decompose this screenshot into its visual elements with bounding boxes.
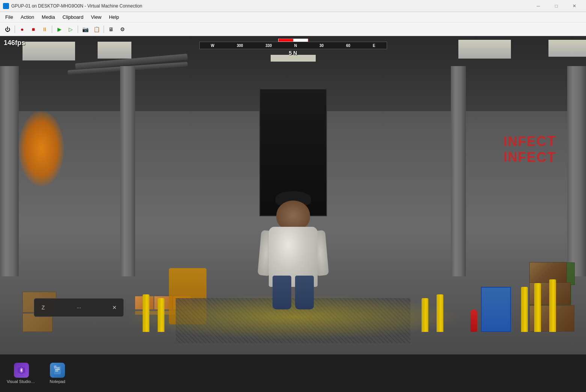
fire-extinguisher — [470, 309, 477, 332]
menu-view[interactable]: View — [87, 13, 105, 21]
toolbar-settings-btn[interactable]: ⚙ — [117, 24, 128, 35]
toolbar-record-btn[interactable]: ● — [17, 24, 27, 35]
taskbar-app-notepad[interactable]: Notepad — [41, 357, 74, 389]
compass-ticks: W 300 330 N 30 60 E — [199, 42, 387, 49]
compass-label-30: 30 — [319, 44, 324, 48]
toolbar: ⏻ ● ■ ⏸ ▶ ▷ 📷 📋 🖥 ⚙ — [0, 23, 586, 36]
maximize-button[interactable]: □ — [548, 0, 565, 12]
bollard-6 — [521, 287, 528, 332]
popup-close-button[interactable]: ✕ — [109, 302, 120, 313]
popup-z-button[interactable]: Z — [38, 302, 48, 313]
compass-label-n: N — [294, 44, 297, 48]
toolbar-sep-1 — [15, 26, 15, 33]
taskbar-app-visual-studio[interactable]: Visual Studio 20... — [5, 357, 38, 389]
compass-label-e: E — [373, 44, 375, 48]
toolbar-stop-btn[interactable]: ■ — [28, 24, 39, 35]
notepad-label: Notepad — [43, 379, 72, 384]
right-crate-3 — [529, 262, 567, 283]
compass-label-300: 300 — [237, 44, 243, 48]
char-leg-right — [295, 276, 314, 309]
char-leg-left — [273, 276, 291, 309]
visual-studio-icon — [14, 363, 29, 378]
character — [256, 197, 331, 317]
compass-bar: W 300 330 N 30 60 E 5 N — [199, 38, 387, 56]
pillar-left-2 — [0, 66, 19, 276]
char-head — [276, 201, 310, 231]
minimize-button[interactable]: ─ — [530, 0, 547, 12]
blue-container — [481, 287, 511, 332]
svg-rect-4 — [54, 365, 57, 369]
toolbar-screenshot-btn[interactable]: 📷 — [80, 24, 90, 35]
compass-needle — [278, 39, 308, 42]
window-controls: ─ □ ✕ — [530, 0, 583, 12]
toolbar-monitor-btn[interactable]: 🖥 — [106, 24, 116, 35]
compass-label-330: 330 — [265, 44, 272, 48]
bollard-7 — [549, 279, 556, 332]
toolbar-reset-btn[interactable]: ⏸ — [39, 24, 50, 35]
toolbar-play-btn[interactable]: ▶ — [54, 24, 65, 35]
fps-counter: 146fps — [4, 39, 25, 47]
taskbar-popup: Z ··· ✕ — [34, 298, 124, 317]
toolbar-step-btn[interactable]: ▷ — [65, 24, 76, 35]
visual-studio-label: Visual Studio 20... — [7, 379, 36, 384]
infect-graffiti: INFECTINFECT — [503, 133, 556, 166]
compass-label-60: 60 — [346, 44, 350, 48]
compass-direction: 5 N — [199, 50, 387, 56]
orange-logo — [19, 111, 64, 186]
menu-media[interactable]: Media — [38, 13, 59, 21]
menu-help[interactable]: Help — [105, 13, 123, 21]
app-icon — [3, 3, 9, 9]
title-bar: GPUP-01 on DESKTOP-MHG9O0N - Virtual Mac… — [0, 0, 586, 12]
ceiling-light-4 — [548, 40, 586, 57]
toolbar-sep-4 — [104, 26, 104, 33]
menu-bar: File Action Media Clipboard View Help — [0, 12, 586, 23]
pillar-right-2 — [567, 66, 586, 276]
notepad-icon — [50, 363, 65, 378]
compass-label-w: W — [211, 44, 214, 48]
popup-more-button[interactable]: ··· — [74, 302, 84, 313]
pillar-right-1 — [451, 66, 466, 276]
close-button[interactable]: ✕ — [566, 0, 583, 12]
popup-header: Z ··· ✕ — [38, 302, 120, 313]
toolbar-power-btn[interactable]: ⏻ — [2, 24, 13, 35]
menu-action[interactable]: Action — [17, 13, 38, 21]
toolbar-sep-2 — [52, 26, 52, 33]
ceiling-light-1 — [23, 42, 75, 60]
taskbar: Visual Studio 20... Notepad — [0, 354, 586, 392]
menu-clipboard[interactable]: Clipboard — [59, 13, 87, 21]
ceiling-light-3 — [458, 40, 511, 59]
menu-file[interactable]: File — [2, 13, 17, 21]
pillar-left-1 — [120, 66, 135, 276]
game-viewport[interactable]: INFECTINFECT — [0, 36, 586, 354]
bollard-5 — [534, 283, 541, 332]
svg-rect-2 — [55, 369, 60, 370]
toolbar-sep-3 — [78, 26, 78, 33]
window-title: GPUP-01 on DESKTOP-MHG9O0N - Virtual Mac… — [11, 3, 530, 9]
game-scene: INFECTINFECT — [0, 36, 586, 354]
ceiling-light-2 — [98, 42, 131, 59]
svg-rect-3 — [55, 371, 58, 371]
toolbar-clipboard-btn[interactable]: 📋 — [91, 24, 102, 35]
